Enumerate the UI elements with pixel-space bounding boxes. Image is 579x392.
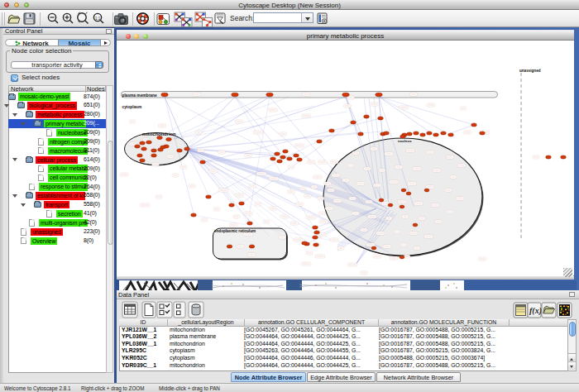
svg-text:unassigned: unassigned: [519, 69, 541, 73]
svg-text:cytoplasm: cytoplasm: [122, 105, 142, 109]
svg-text:plasma membrane: plasma membrane: [122, 93, 157, 98]
svg-text:1:1: 1:1: [95, 17, 101, 21]
svg-text:f(x): f(x): [529, 306, 542, 316]
svg-text:mitochondrion: mitochondrion: [142, 131, 176, 136]
svg-text:nucleus: nucleus: [398, 139, 412, 143]
svg-text:endoplasmic reticulum: endoplasmic reticulum: [214, 229, 256, 233]
